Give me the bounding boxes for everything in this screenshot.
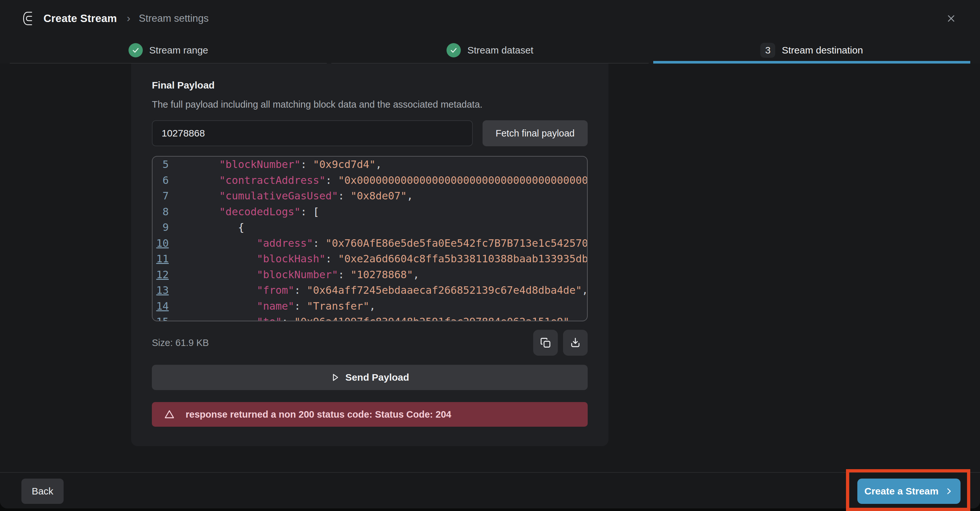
download-payload-button[interactable] [563, 330, 588, 356]
code-line: 12 "blockNumber": "10278868", [153, 267, 587, 283]
create-stream-modal: Create Stream › Stream settings Stream r… [0, 0, 980, 508]
step-number-badge: 3 [760, 43, 775, 58]
code-line: 8 "decodedLogs": [ [153, 204, 587, 220]
play-icon [330, 373, 340, 382]
close-button[interactable] [943, 11, 959, 26]
send-payload-label: Send Payload [345, 372, 409, 383]
step-stream-range[interactable]: Stream range [10, 37, 327, 63]
step-label: Stream dataset [467, 45, 533, 56]
code-line: 9 { [153, 219, 587, 235]
block-number-input[interactable] [152, 120, 473, 146]
download-icon [570, 337, 581, 349]
fetch-final-payload-button[interactable]: Fetch final payload [482, 120, 588, 146]
step-indicator-bar: Stream range Stream dataset 3 Stream des… [0, 37, 980, 63]
create-stream-button[interactable]: Create a Stream [858, 479, 961, 504]
streams-logo-icon [21, 11, 37, 26]
step-complete-check-icon [129, 43, 143, 57]
payload-code-editor[interactable]: 5 "blockNumber": "0x9cd7d4",6 "contractA… [152, 156, 588, 321]
payload-size-label: Size: 61.9 KB [152, 338, 209, 348]
modal-footer: Back Create a Stream [0, 472, 980, 508]
code-line: 5 "blockNumber": "0x9cd7d4", [153, 157, 587, 173]
final-payload-panel: Final Payload The full payload including… [131, 63, 608, 446]
step-label: Stream range [149, 45, 208, 56]
code-line: 10 "address": "0x760AfE86e5de5fa0Ee542fc… [153, 235, 587, 251]
panel-title: Final Payload [152, 80, 588, 91]
error-message: response returned a non 200 status code:… [186, 409, 451, 420]
modal-title: Create Stream [43, 12, 117, 25]
code-line: 14 "name": "Transfer", [153, 298, 587, 314]
back-button[interactable]: Back [21, 479, 64, 504]
code-line: 15 "to": "0x96a41097fc839448b2591fac2978… [153, 314, 587, 321]
modal-body: Final Payload The full payload including… [0, 63, 980, 472]
create-stream-label: Create a Stream [864, 486, 939, 497]
send-payload-button[interactable]: Send Payload [152, 365, 588, 390]
chevron-right-icon [944, 487, 953, 496]
step-stream-destination[interactable]: 3 Stream destination [653, 37, 970, 63]
copy-icon [540, 337, 551, 349]
warning-triangle-icon [164, 409, 175, 420]
error-banner: response returned a non 200 status code:… [152, 402, 588, 427]
step-complete-check-icon [447, 43, 461, 57]
code-line: 13 "from": "0x64aff7245ebdaaecaf26685213… [153, 282, 587, 298]
panel-description: The full payload including all matching … [152, 99, 588, 110]
step-label: Stream destination [782, 45, 863, 56]
page: Create Stream › Stream settings Stream r… [0, 0, 980, 511]
code-line: 7 "cumulativeGasUsed": "0x8de07", [153, 188, 587, 204]
code-lines: 5 "blockNumber": "0x9cd7d4",6 "contractA… [153, 157, 587, 321]
step-stream-dataset[interactable]: Stream dataset [331, 37, 648, 63]
breadcrumb-current: Stream settings [139, 13, 208, 24]
fetch-row: Fetch final payload [152, 120, 588, 146]
code-line: 11 "blockHash": "0xe2a6d6604c8ffa5b33811… [153, 251, 587, 267]
size-row: Size: 61.9 KB [152, 330, 588, 356]
code-line: 6 "contractAddress": "0x0000000000000000… [153, 173, 587, 188]
breadcrumb-separator-icon: › [127, 12, 130, 24]
copy-payload-button[interactable] [533, 330, 558, 356]
modal-header: Create Stream › Stream settings [0, 0, 980, 37]
